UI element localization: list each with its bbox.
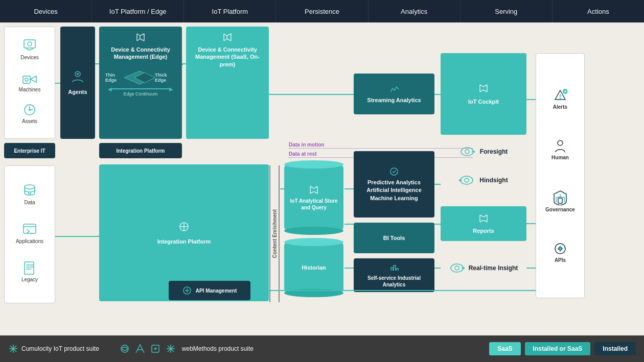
self-service-box: Self-service Industrial Analytics (354, 258, 434, 292)
predictive-analytics-box: Predictive Analytics Artificial Intellig… (354, 151, 434, 218)
footer-legend: SaaS Installed or SaaS Installed (489, 342, 636, 355)
device-item-machines: Machines (19, 70, 41, 92)
integration-platform-top: Integration Platform (99, 143, 182, 158)
self-service-label: Self-service Industrial Analytics (357, 275, 431, 288)
content-enrichment-label: Content Enrichment (272, 209, 278, 258)
iot-platform-mgmt-box: Device & Connectivity Management (SaaS, … (186, 27, 269, 139)
svg-rect-26 (558, 198, 562, 203)
header-col-serving: Serving (461, 0, 553, 22)
arrow-historian-selfservice (344, 268, 354, 269)
reports-box: Reports (441, 206, 526, 241)
header-col-iot-platform: IoT Platform (184, 0, 276, 22)
data-in-motion-label: Data in motion (289, 142, 324, 148)
svg-point-19 (461, 176, 473, 184)
bi-tools-label: BI Tools (383, 234, 405, 242)
arrow-streaming-cockpit (434, 94, 441, 95)
device-item-devices: Devices (20, 38, 39, 60)
header-iot-platform-label: IoT Platform (212, 8, 248, 15)
header-actions-label: Actions (587, 8, 609, 15)
iot-cockpit-label: IoT Cockpit (468, 98, 499, 105)
arrow-api-actions (250, 290, 536, 291)
legend-installed-saas: Installed or SaaS (525, 342, 591, 355)
legend-installed-label: Installed (603, 345, 628, 352)
header-col-actions: Actions (553, 0, 644, 22)
svg-point-18 (465, 150, 469, 154)
arrow-devices-agents (55, 83, 60, 84)
arrow-analytical-predictive (344, 188, 354, 189)
predictive-analytics-label: Predictive Analytics Artificial Intellig… (358, 179, 430, 202)
header-serving-label: Serving (495, 8, 517, 15)
historian-label: Historian (302, 264, 326, 271)
device-item-legacy: Legacy (20, 260, 39, 282)
enterprise-it-label: Enterprise IT (14, 148, 45, 154)
svg-point-20 (465, 178, 469, 182)
alerts-item: Alerts (553, 88, 567, 110)
main-content: Devices Machines Assets Enterprise IT Da… (0, 22, 644, 335)
iot-cockpit-box: IoT Cockpit (441, 53, 526, 135)
api-mgmt-box: API Management (169, 281, 250, 300)
legacy-devices-box: Data Applications Legacy (4, 165, 55, 303)
agents-box: Agents (60, 27, 95, 139)
thick-edge-label: Thick Edge (155, 73, 176, 83)
api-mgmt-label: API Management (196, 287, 237, 294)
governance-item: Governance (545, 190, 575, 212)
historian-cylinder: Historian (284, 242, 343, 293)
realtime-insight-area: Real-time Insight (441, 251, 526, 285)
svg-point-17 (461, 148, 473, 156)
header-devices-label: Devices (34, 8, 57, 15)
arrow-iot-analytical (280, 188, 288, 189)
iot-analytical-cylinder: IoT Analytical Store and Query (284, 164, 343, 231)
cumulocity-label: Cumulocity IoT product suite (21, 345, 99, 352)
edge-continuum-label: Edge Continuum (123, 91, 157, 96)
svg-rect-9 (25, 262, 34, 274)
arrow-bi-reports (434, 224, 441, 225)
arrow-vert-1 (182, 63, 183, 65)
iot-platform-mgmt-label: Device & Connectivity Management (SaaS, … (190, 46, 265, 68)
streaming-analytics-box: Streaming Analytics (354, 74, 434, 114)
arrow-agents-edge (95, 63, 99, 64)
integration-platform-top-label: Integration Platform (116, 148, 165, 154)
data-at-rest-area: Data at rest (289, 151, 316, 157)
svg-point-25 (558, 140, 563, 146)
svg-point-11 (77, 73, 79, 75)
arrow-selfservice-realtime (434, 268, 441, 269)
header-col-persistence: Persistence (276, 0, 368, 22)
foresight-label: Foresight (480, 148, 508, 155)
svg-point-23 (559, 98, 561, 99)
legend-saas: SaaS (489, 342, 520, 355)
edge-mgmt-box: Device & Connectivity Management (Edge) … (99, 27, 182, 139)
cumulocity-badge: Cumulocity IoT product suite (8, 344, 99, 354)
svg-point-1 (28, 42, 32, 46)
legend-saas-label: SaaS (497, 345, 512, 352)
legend-installed-saas-label: Installed or SaaS (533, 345, 583, 352)
integration-platform-bottom-label: Integration Platform (157, 238, 211, 245)
svg-point-21 (451, 264, 463, 272)
edge-mgmt-label: Device & Connectivity Management (Edge) (103, 46, 178, 61)
foresight-area: Foresight (441, 139, 526, 164)
enterprise-it-box: Enterprise IT (4, 143, 55, 158)
alerts-label: Alerts (553, 104, 567, 110)
arrow-iot-streaming (269, 94, 354, 95)
hindsight-label: Hindsight (479, 177, 508, 184)
header-col-analytics: Analytics (369, 0, 461, 22)
thin-edge-label: Thin Edge (105, 73, 124, 83)
data-at-rest-label: Data at rest (289, 151, 316, 157)
device-item-assets: Assets (20, 102, 39, 124)
arrow-cockpit-actions (526, 99, 536, 100)
bi-tools-box: BI Tools (354, 223, 434, 253)
footer: Cumulocity IoT product suite webMethods … (0, 335, 644, 362)
arrow-analytical-bi (344, 224, 354, 225)
arrow-reports-actions (526, 223, 536, 224)
governance-label: Governance (545, 207, 575, 212)
device-item-applications: Applications (16, 222, 43, 244)
header: Devices IoT Platform / Edge IoT Platform… (0, 0, 644, 22)
arrow-legacy-integration (55, 236, 99, 237)
arrow-realtime-actions (526, 268, 536, 269)
header-analytics-label: Analytics (401, 8, 427, 15)
arrow-predictive-serving (434, 184, 441, 185)
header-col-iot-edge: IoT Platform / Edge (92, 0, 184, 22)
header-col-devices: Devices (0, 0, 92, 22)
realtime-insight-label: Real-time Insight (469, 264, 518, 272)
svg-point-22 (455, 266, 459, 270)
webmethods-label: webMethods product suite (182, 345, 254, 352)
